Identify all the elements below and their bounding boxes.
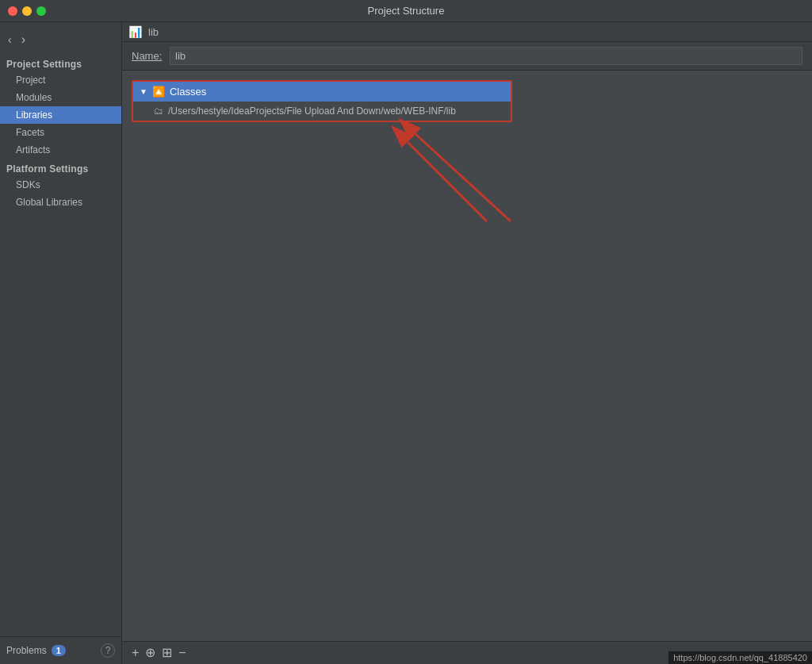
window-title: Project Structure [368, 5, 445, 17]
classes-path-row: 🗂 /Users/hestyle/IdeaProjects/File Uploa… [133, 102, 511, 121]
back-button[interactable]: ‹ [6, 33, 13, 47]
lib-toolbar: 📊 lib [122, 22, 812, 42]
window-controls[interactable] [8, 6, 46, 16]
forward-button[interactable]: › [20, 32, 27, 48]
sidebar-footer: Problems 1 ? [0, 636, 121, 664]
svg-line-1 [416, 134, 511, 221]
content-area: 📊 lib Name: ▼ 🔼 Classes 🗂 /Users/hesty [122, 22, 812, 664]
help-button[interactable]: ? [101, 643, 115, 658]
sidebar-toolbar: ‹ › [0, 29, 121, 51]
title-bar: Project Structure [0, 0, 812, 22]
sidebar-item-modules[interactable]: Modules [0, 89, 121, 106]
add-alt-button[interactable]: ⊞ [162, 647, 172, 659]
arrow-annotation [392, 118, 550, 237]
remove-button[interactable]: − [178, 647, 186, 659]
sidebar-item-sdks[interactable]: SDKs [0, 176, 121, 194]
name-field-label: Name: [132, 50, 163, 62]
name-input[interactable] [170, 47, 802, 65]
svg-line-2 [408, 142, 487, 221]
problems-item[interactable]: Problems 1 [6, 645, 101, 656]
problems-label: Problems [6, 645, 47, 656]
name-row: Name: [122, 42, 812, 71]
platform-settings-header: Platform Settings [0, 159, 121, 176]
problems-badge: 1 [52, 645, 66, 656]
classes-folder-icon: 🔼 [152, 86, 165, 98]
add-button[interactable]: + [132, 647, 139, 659]
classes-box: ▼ 🔼 Classes 🗂 /Users/hestyle/IdeaProject… [132, 80, 512, 122]
sidebar-item-facets[interactable]: Facets [0, 124, 121, 141]
classes-label: Classes [170, 86, 206, 98]
path-folder-icon: 🗂 [154, 106, 163, 117]
minimize-button[interactable] [22, 6, 32, 16]
lib-name-label: lib [148, 26, 159, 38]
project-settings-header: Project Settings [0, 54, 121, 71]
close-button[interactable] [8, 6, 17, 16]
tree-area: ▼ 🔼 Classes 🗂 /Users/hestyle/IdeaProject… [122, 71, 812, 641]
maximize-button[interactable] [36, 6, 46, 16]
classes-path-text: /Users/hestyle/IdeaProjects/File Upload … [168, 106, 456, 117]
main-layout: ‹ › Project Settings Project Modules Lib… [0, 22, 812, 664]
sidebar: ‹ › Project Settings Project Modules Lib… [0, 22, 122, 664]
sidebar-item-project[interactable]: Project [0, 71, 121, 89]
lib-chart-icon: 📊 [128, 25, 142, 38]
expand-icon: ▼ [140, 87, 147, 96]
sidebar-item-global-libraries[interactable]: Global Libraries [0, 194, 121, 211]
add-folder-button[interactable]: ⊕ [145, 647, 155, 659]
watermark: https://blog.csdn.net/qq_41885420 [668, 651, 812, 664]
sidebar-item-libraries[interactable]: Libraries [0, 106, 121, 124]
sidebar-item-artifacts[interactable]: Artifacts [0, 141, 121, 159]
classes-header: ▼ 🔼 Classes [133, 82, 511, 102]
